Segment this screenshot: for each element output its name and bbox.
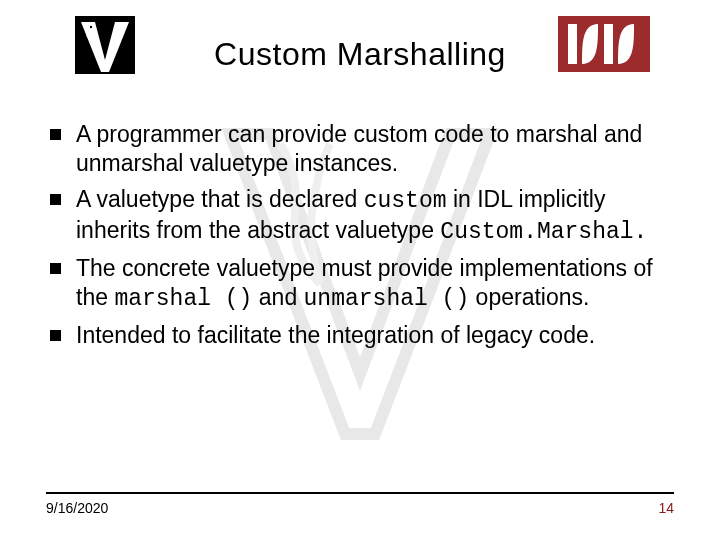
bullet-text: Intended to facilitate the integration o… [76,322,595,348]
bullet-text: and [252,284,303,310]
bullet-list: A programmer can provide custom code to … [48,120,672,350]
code-text: marshal () [114,286,252,312]
bullet-text: operations. [469,284,589,310]
svg-rect-4 [604,24,613,64]
vanderbilt-logo [72,16,138,82]
footer-rule [46,492,674,494]
code-text: custom [364,188,447,214]
page-number: 14 [658,500,674,516]
code-text: Custom.Marshal. [440,219,647,245]
bullet-text: A programmer can provide custom code to … [76,121,642,176]
svg-rect-3 [568,24,577,64]
bullet-text: A valuetype that is declared [76,186,364,212]
bullet-item: A programmer can provide custom code to … [48,120,672,179]
footer: 9/16/2020 14 [46,492,674,516]
svg-point-1 [90,26,92,28]
isis-logo [558,16,650,82]
code-text: unmarshal () [304,286,470,312]
page-title: Custom Marshalling [214,36,506,73]
content: A programmer can provide custom code to … [40,120,680,350]
bullet-item: Intended to facilitate the integration o… [48,321,672,350]
header: Custom Marshalling [40,0,680,90]
bullet-item: The concrete valuetype must provide impl… [48,254,672,315]
footer-date: 9/16/2020 [46,500,108,516]
slide: Custom Marshalling A programmer can prov… [0,0,720,540]
bullet-item: A valuetype that is declared custom in I… [48,185,672,248]
